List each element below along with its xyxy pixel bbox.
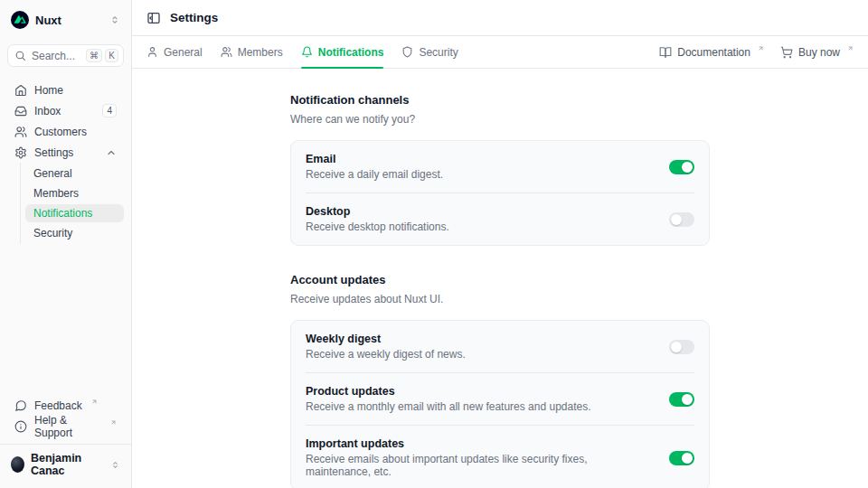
team-name: Nuxt (35, 14, 61, 27)
feedback-label: Feedback (34, 399, 82, 412)
bell-icon (301, 46, 313, 58)
inbox-count-badge: 4 (102, 104, 117, 117)
tabbar-links: Documentation Buy now (659, 36, 854, 68)
main-area: Settings General Members Notifications (132, 0, 868, 488)
user-menu[interactable]: Benjamin Canac (11, 452, 120, 477)
setting-label: Weekly digest (306, 333, 655, 345)
search-placeholder: Search... (32, 50, 75, 62)
shield-icon (401, 46, 413, 58)
sidebar-item-settings[interactable]: Settings (7, 143, 124, 162)
settings-content: Notification channels Where can we notif… (132, 69, 868, 488)
team-switcher[interactable]: Nuxt (7, 9, 124, 31)
setting-description: Receive emails about important updates l… (306, 453, 655, 478)
chevrons-up-down-icon (110, 460, 120, 470)
sidebar-item-home[interactable]: Home (7, 80, 124, 99)
shopping-cart-icon (780, 46, 793, 59)
sidebar-nav: Home Inbox 4 Customers Settings (7, 80, 124, 244)
chevrons-up-down-icon (109, 14, 120, 25)
tab-notifications[interactable]: Notifications (301, 36, 384, 68)
setting-row-weekly-digest: Weekly digest Receive a weekly digest of… (291, 321, 709, 372)
user-icon (146, 46, 158, 58)
setting-label: Desktop (306, 205, 655, 218)
buy-now-link[interactable]: Buy now (780, 46, 854, 59)
settings-subnav: General Members Notifications Security (20, 163, 124, 244)
users-icon (221, 46, 232, 58)
settings-card: Email Receive a daily email digest. Desk… (290, 140, 710, 246)
setting-row-email: Email Receive a daily email digest. (291, 141, 709, 192)
setting-row-desktop: Desktop Receive desktop notifications. (291, 193, 709, 245)
tab-general[interactable]: General (146, 36, 203, 68)
search-shortcut: ⌘ K (86, 49, 118, 62)
chat-bubble-icon (14, 399, 27, 412)
settings-tabbar: General Members Notifications Security (132, 36, 868, 69)
external-link-icon (847, 45, 854, 52)
sidebar-item-inbox[interactable]: Inbox 4 (7, 101, 124, 120)
setting-description: Receive a monthly email with all new fea… (306, 400, 655, 413)
inbox-icon (14, 105, 27, 117)
collapse-sidebar-button[interactable] (146, 11, 161, 25)
kbd-k: K (105, 49, 118, 62)
sidebar: Nuxt Search... ⌘ K Home (0, 0, 132, 488)
section-description: Receive updates about Nuxt UI. (290, 293, 710, 305)
sidebar-item-members[interactable]: Members (25, 184, 124, 202)
sidebar-item-notifications[interactable]: Notifications (25, 204, 124, 222)
section-title: Account updates (290, 273, 710, 286)
book-open-icon (659, 46, 672, 59)
tab-security[interactable]: Security (401, 36, 458, 68)
help-support-label: Help & Support (34, 414, 101, 439)
tab-members[interactable]: Members (221, 36, 283, 68)
external-link-icon (758, 45, 764, 52)
user-section: Benjamin Canac (0, 444, 131, 481)
documentation-label: Documentation (677, 46, 750, 59)
kbd-cmd: ⌘ (86, 49, 102, 62)
info-circle-icon (14, 420, 27, 433)
setting-row-important-updates: Important updates Receive emails about i… (291, 426, 709, 488)
page-header: Settings (132, 0, 868, 36)
sidebar-item-label: General (33, 167, 72, 180)
section-title: Notification channels (290, 93, 710, 107)
sidebar-footer: Feedback Help & Support Benjamin Canac (7, 395, 124, 481)
chevron-up-icon (106, 147, 117, 158)
external-link-icon (91, 399, 98, 405)
gear-icon (14, 146, 27, 159)
tab-label: Notifications (318, 46, 384, 59)
setting-row-product-updates: Product updates Receive a monthly email … (291, 373, 709, 425)
tab-label: Security (419, 46, 458, 59)
sidebar-item-label: Customers (34, 126, 87, 138)
help-support-link[interactable]: Help & Support (7, 417, 124, 436)
tab-label: General (164, 46, 203, 59)
user-name: Benjamin Canac (31, 452, 104, 477)
home-icon (14, 84, 27, 97)
setting-label: Email (306, 153, 655, 165)
section-description: Where can we notify you? (290, 113, 710, 126)
weekly-digest-toggle[interactable] (669, 340, 694, 354)
app-window: Nuxt Search... ⌘ K Home (0, 0, 868, 488)
desktop-toggle[interactable] (669, 212, 694, 227)
product-updates-toggle[interactable] (669, 392, 694, 407)
tab-label: Members (238, 46, 283, 59)
users-icon (14, 126, 27, 138)
documentation-link[interactable]: Documentation (659, 46, 764, 59)
external-link-icon (110, 419, 117, 426)
sidebar-item-label: Members (33, 187, 79, 200)
sidebar-item-general[interactable]: General (25, 164, 124, 183)
settings-card: Weekly digest Receive a weekly digest of… (290, 320, 710, 488)
setting-label: Important updates (306, 437, 655, 450)
sidebar-item-security[interactable]: Security (25, 224, 124, 242)
buy-now-label: Buy now (798, 46, 840, 59)
setting-description: Receive desktop notifications. (306, 221, 655, 233)
avatar (11, 456, 24, 473)
setting-description: Receive a daily email digest. (306, 168, 655, 181)
sidebar-item-label: Settings (34, 146, 73, 159)
page-title: Settings (170, 11, 218, 24)
sidebar-item-label: Security (33, 227, 72, 239)
sidebar-item-customers[interactable]: Customers (7, 122, 124, 141)
sidebar-item-label: Home (34, 84, 63, 97)
feedback-link[interactable]: Feedback (7, 396, 124, 415)
setting-description: Receive a weekly digest of news. (306, 348, 655, 361)
section-account-updates: Account updates Receive updates about Nu… (290, 273, 710, 488)
email-toggle[interactable] (669, 160, 694, 174)
important-updates-toggle[interactable] (669, 451, 694, 465)
search-input[interactable]: Search... ⌘ K (7, 44, 124, 67)
section-notification-channels: Notification channels Where can we notif… (290, 93, 710, 246)
